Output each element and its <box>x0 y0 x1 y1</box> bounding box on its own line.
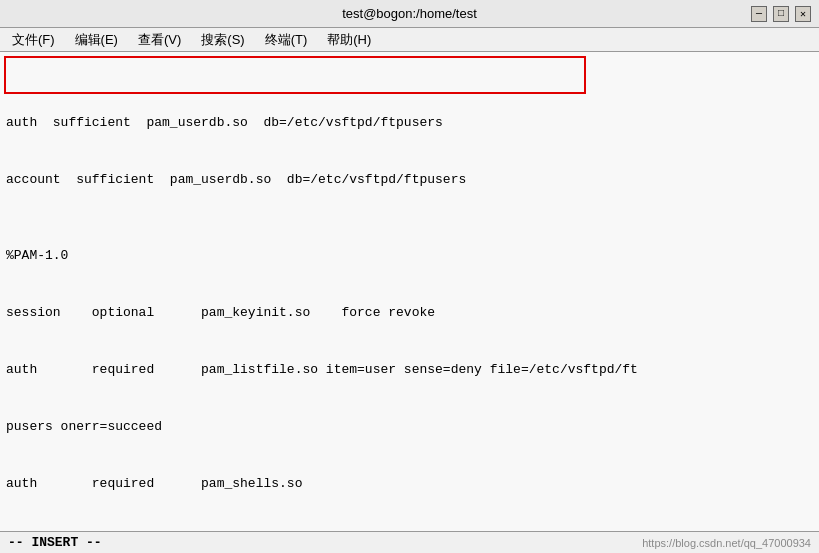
line-6: pusers onerr=succeed <box>6 417 813 436</box>
terminal-content: auth sufficient pam_userdb.so db=/etc/vs… <box>6 56 813 545</box>
terminal-area[interactable]: auth sufficient pam_userdb.so db=/etc/vs… <box>0 52 819 545</box>
window-controls: — □ ✕ <box>751 6 811 22</box>
close-button[interactable]: ✕ <box>795 6 811 22</box>
minimize-button[interactable]: — <box>751 6 767 22</box>
line-3: %PAM-1.0 <box>6 246 813 265</box>
menu-help[interactable]: 帮助(H) <box>319 29 379 51</box>
statusbar: -- INSERT -- https://blog.csdn.net/qq_47… <box>0 531 819 553</box>
window-title: test@bogon:/home/test <box>68 6 751 21</box>
titlebar: test@bogon:/home/test — □ ✕ <box>0 0 819 28</box>
maximize-button[interactable]: □ <box>773 6 789 22</box>
line-1: auth sufficient pam_userdb.so db=/etc/vs… <box>6 113 813 132</box>
line-2: account sufficient pam_userdb.so db=/etc… <box>6 170 813 189</box>
status-url: https://blog.csdn.net/qq_47000934 <box>642 537 811 549</box>
menu-edit[interactable]: 编辑(E) <box>67 29 126 51</box>
menu-view[interactable]: 查看(V) <box>130 29 189 51</box>
insert-mode-label: -- INSERT -- <box>8 535 102 550</box>
window: test@bogon:/home/test — □ ✕ 文件(F) 编辑(E) … <box>0 0 819 545</box>
menu-file[interactable]: 文件(F) <box>4 29 63 51</box>
line-5: auth required pam_listfile.so item=user … <box>6 360 813 379</box>
menu-search[interactable]: 搜索(S) <box>193 29 252 51</box>
line-7: auth required pam_shells.so <box>6 474 813 493</box>
line-4: session optional pam_keyinit.so force re… <box>6 303 813 322</box>
menu-terminal[interactable]: 终端(T) <box>257 29 316 51</box>
menubar: 文件(F) 编辑(E) 查看(V) 搜索(S) 终端(T) 帮助(H) <box>0 28 819 52</box>
